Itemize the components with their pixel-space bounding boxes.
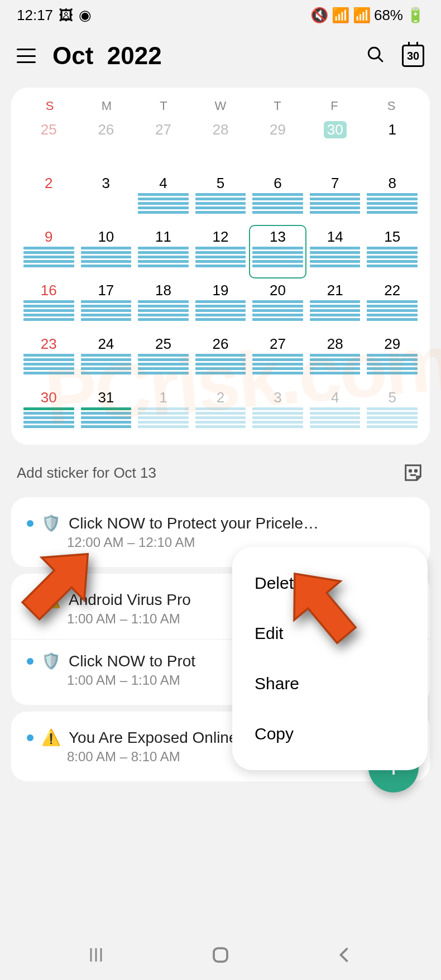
calendar-day[interactable]: 6 (250, 172, 305, 224)
calendar-day[interactable]: 1 (365, 119, 420, 170)
calendar-day[interactable]: 4 (308, 387, 363, 438)
calendar-day[interactable]: 12 (193, 226, 248, 277)
calendar-day[interactable]: 30 (308, 119, 363, 170)
context-menu-copy[interactable]: Copy (249, 709, 411, 759)
calendar-day[interactable]: 17 (79, 280, 134, 331)
status-time: 12:17 (17, 7, 53, 24)
calendar-day[interactable]: 5 (193, 172, 248, 224)
calendar-day[interactable]: 22 (365, 280, 420, 331)
day-header: T (135, 99, 192, 113)
mute-icon: 🔇 (310, 7, 328, 24)
calendar-day[interactable]: 2 (193, 387, 248, 438)
svg-point-0 (368, 47, 380, 59)
calendar-day[interactable]: 16 (21, 280, 76, 331)
calendar-day[interactable]: 20 (250, 280, 305, 331)
nav-bar (0, 930, 441, 980)
calendar-card: SMTWTFS 25262728293012345678910111213141… (11, 88, 430, 445)
event-title: Click NOW to Protect your Pricele… (69, 515, 319, 532)
calendar-day[interactable]: 24 (79, 333, 134, 385)
calendar-day[interactable]: 27 (250, 333, 305, 385)
calendar-day[interactable]: 29 (365, 333, 420, 385)
tutorial-arrow-2 (274, 558, 374, 661)
svg-point-2 (409, 470, 411, 472)
back-button[interactable] (331, 941, 359, 969)
day-header: S (363, 99, 420, 113)
calendar-day[interactable]: 28 (308, 333, 363, 385)
app-icon: ◉ (79, 7, 92, 24)
calendar-day[interactable]: 1 (136, 387, 191, 438)
calendar-day[interactable]: 25 (136, 333, 191, 385)
day-header: W (192, 99, 249, 113)
event-icon: 🛡️ (41, 652, 61, 670)
wifi-icon: 📶 (332, 7, 349, 24)
status-bar: 12:17 🖼 ◉ 🔇 📶 📶 68% 🔋 (0, 0, 441, 31)
day-header: S (21, 99, 78, 113)
calendar-day[interactable]: 14 (308, 226, 363, 277)
calendar-day[interactable]: 31 (79, 387, 134, 438)
sticker-icon (402, 462, 424, 484)
calendar-day[interactable]: 28 (193, 119, 248, 170)
calendar-day[interactable]: 18 (136, 280, 191, 331)
recents-button[interactable] (82, 941, 110, 969)
calendar-day[interactable]: 3 (250, 387, 305, 438)
calendar-day[interactable]: 13 (250, 226, 305, 277)
event-dot (27, 520, 33, 527)
app-header: Oct 2022 30 (0, 31, 441, 81)
calendar-day[interactable]: 29 (250, 119, 305, 170)
calendar-day[interactable]: 25 (21, 119, 76, 170)
sticker-label: Add sticker for Oct 13 (17, 464, 156, 482)
event-dot (27, 734, 33, 741)
calendar-day[interactable]: 10 (79, 226, 134, 277)
calendar-day[interactable]: 11 (136, 226, 191, 277)
day-header: F (306, 99, 363, 113)
calendar-day[interactable]: 19 (193, 280, 248, 331)
event-icon: 🛡️ (41, 514, 61, 532)
calendar-day[interactable]: 27 (136, 119, 191, 170)
day-header: M (78, 99, 135, 113)
event-title: Click NOW to Prot (69, 652, 195, 670)
signal-icon: 📶 (353, 7, 371, 24)
battery-pct: 68% (374, 7, 403, 24)
home-button[interactable] (207, 941, 234, 969)
svg-rect-7 (214, 948, 227, 962)
calendar-day[interactable]: 23 (21, 333, 76, 385)
month-title[interactable]: Oct 2022 (52, 42, 349, 70)
calendar-day[interactable]: 4 (136, 172, 191, 224)
event-dot (27, 658, 33, 665)
tutorial-arrow-1 (6, 536, 106, 638)
svg-line-1 (378, 57, 383, 62)
calendar-day[interactable]: 26 (79, 119, 134, 170)
calendar-day[interactable]: 21 (308, 280, 363, 331)
calendar-day[interactable]: 15 (365, 226, 420, 277)
event-icon: ⚠️ (41, 728, 61, 747)
svg-point-3 (415, 470, 416, 472)
calendar-day[interactable]: 8 (365, 172, 420, 224)
image-icon: 🖼 (59, 7, 73, 24)
battery-icon: 🔋 (406, 7, 424, 24)
day-header: T (249, 99, 306, 113)
calendar-day[interactable]: 9 (21, 226, 76, 277)
sticker-row[interactable]: Add sticker for Oct 13 (0, 451, 441, 491)
calendar-day[interactable]: 26 (193, 333, 248, 385)
menu-button[interactable] (17, 49, 36, 63)
calendar-day[interactable]: 2 (21, 172, 76, 224)
calendar-day[interactable]: 7 (308, 172, 363, 224)
today-button[interactable]: 30 (402, 45, 424, 67)
search-button[interactable] (366, 45, 385, 66)
calendar-day[interactable]: 3 (79, 172, 134, 224)
calendar-day[interactable]: 30 (21, 387, 76, 438)
calendar-day[interactable]: 5 (365, 387, 420, 438)
context-menu-share[interactable]: Share (249, 659, 411, 709)
